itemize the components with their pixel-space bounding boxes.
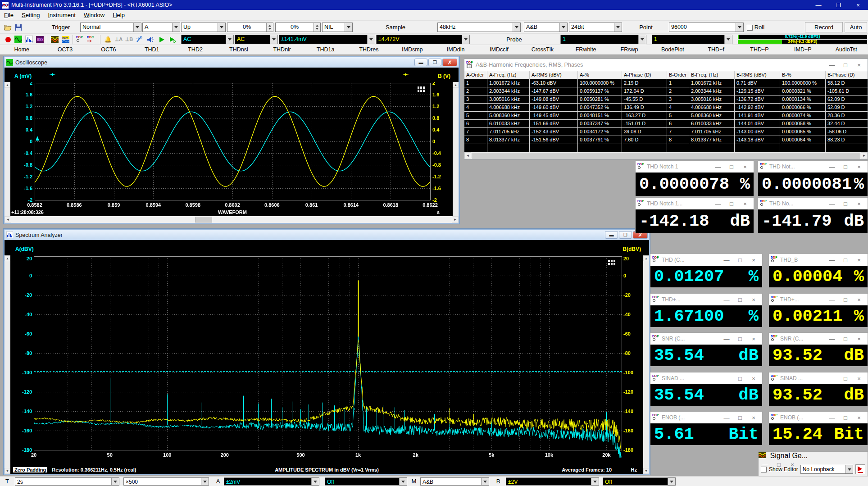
- menu-window[interactable]: Window: [80, 10, 109, 20]
- column-header[interactable]: B-Order: [667, 71, 689, 79]
- scroll-right-icon[interactable]: ►: [452, 216, 459, 223]
- tab-IMDsmp[interactable]: IMDsmp: [391, 45, 434, 55]
- oscilloscope-icon[interactable]: [14, 35, 23, 44]
- minimize-button[interactable]: —: [825, 255, 839, 264]
- column-header[interactable]: B-Phase (D): [826, 71, 868, 79]
- trigger-marker-a-icon[interactable]: -+-: [50, 72, 55, 78]
- signal-generator-icon[interactable]: [50, 35, 59, 44]
- scroll-up-icon[interactable]: ▲: [453, 82, 459, 88]
- ddp-panel-title-bar[interactable]: DDPTHD Notch 1—□×: [636, 161, 754, 173]
- tab-THD1[interactable]: THD1: [130, 45, 173, 55]
- restore-button[interactable]: ❒: [619, 231, 632, 239]
- trigger-source-select[interactable]: A: [142, 23, 180, 32]
- close-button[interactable]: ×: [747, 334, 760, 343]
- filter-b-select[interactable]: Off: [603, 477, 676, 486]
- ddp-panel-title-bar[interactable]: DDPTHD No...—□×: [758, 198, 868, 209]
- probe-a-select[interactable]: 1: [560, 35, 646, 44]
- table-row[interactable]: 77.011705 kHz-152.43 dBV0.0034172 %39.08…: [464, 128, 868, 136]
- spectrum-plot[interactable]: [10, 255, 643, 466]
- column-header[interactable]: B-%: [780, 71, 826, 79]
- range-a-select[interactable]: ±141.4mV: [279, 35, 375, 44]
- column-header[interactable]: A-Freq. (Hz): [487, 71, 530, 79]
- minimize-button[interactable]: —: [809, 0, 828, 10]
- ddp-panel-title-bar[interactable]: DDPSINAD ...—□×: [650, 372, 762, 384]
- tab-OCT3[interactable]: OCT3: [43, 45, 86, 55]
- roll-checkbox[interactable]: Roll: [747, 21, 774, 34]
- maximize-button[interactable]: □: [733, 255, 747, 264]
- close-button[interactable]: ×: [852, 334, 866, 343]
- trigger-hpf-select[interactable]: NIL: [322, 23, 353, 32]
- play-icon[interactable]: [158, 35, 166, 44]
- right-scrollbar[interactable]: ▲ ▼: [643, 255, 649, 474]
- ddp-panel-title-bar[interactable]: DDPTHD+...—□×: [650, 294, 762, 305]
- coupling-b-select[interactable]: AC: [235, 35, 278, 44]
- play-loop-icon[interactable]: [168, 35, 177, 44]
- close-button[interactable]: ×: [848, 0, 868, 10]
- run-stop-icon[interactable]: [4, 35, 12, 44]
- tab-BodePlot[interactable]: BodePlot: [651, 45, 694, 55]
- ddp-panel-title-bar[interactable]: DDPTHD (C...—□×: [650, 254, 762, 266]
- tab-THD~f[interactable]: THD~f: [695, 45, 738, 55]
- ddp-panel-title-bar[interactable]: DDPTHD Notch 1...—□×: [636, 198, 754, 209]
- record-length-select[interactable]: 96000: [669, 23, 744, 32]
- close-button[interactable]: ×: [852, 60, 866, 69]
- ddp-panel-title-bar[interactable]: DDPTHD+...—□×: [769, 294, 868, 305]
- maximize-button[interactable]: ❒: [828, 0, 848, 10]
- checkbox-icon[interactable]: [747, 25, 753, 31]
- tab-THD~P[interactable]: THD~P: [738, 45, 781, 55]
- scrollbar-thumb[interactable]: [195, 217, 212, 223]
- minimize-button[interactable]: —: [720, 374, 733, 383]
- ddp-panel-title-bar[interactable]: DDPSNR (C...—□×: [650, 333, 762, 345]
- oscilloscope-title-bar[interactable]: Oscilloscope ▬ ❒ ✗: [5, 57, 459, 68]
- maximize-button[interactable]: □: [839, 413, 852, 422]
- table-row[interactable]: [464, 144, 868, 152]
- scroll-down-icon[interactable]: ▼: [5, 468, 10, 474]
- spectrum-analyzer-icon[interactable]: [25, 35, 33, 44]
- scroll-right-icon[interactable]: ►: [861, 152, 868, 159]
- minimize-button[interactable]: —: [711, 162, 725, 171]
- minimize-button[interactable]: —: [825, 199, 839, 208]
- maximize-button[interactable]: □: [725, 199, 738, 208]
- oscilloscope-hscrollbar[interactable]: ◄ ►: [5, 216, 459, 223]
- oscilloscope-plot[interactable]: [10, 82, 453, 216]
- tab-AudioTst[interactable]: AudioTst: [825, 45, 868, 55]
- left-scrollbar[interactable]: ▲ ▼: [5, 82, 10, 223]
- close-button[interactable]: ×: [738, 199, 752, 208]
- minimize-button[interactable]: —: [825, 162, 839, 171]
- minimize-button[interactable]: ▬: [605, 231, 618, 239]
- dut-icon[interactable]: DUT: [61, 35, 70, 44]
- maximize-button[interactable]: □: [839, 374, 852, 383]
- speaker-icon[interactable]: [146, 35, 155, 44]
- close-button[interactable]: ×: [738, 162, 752, 171]
- scroll-left-icon[interactable]: ◄: [464, 152, 471, 159]
- title-bar[interactable]: Multi-Instrument Pro 3.9.16.1 - [+UDP+DH…: [0, 0, 868, 10]
- zoom-select[interactable]: ×500: [123, 477, 209, 486]
- minimize-button[interactable]: —: [825, 413, 839, 422]
- record-button[interactable]: Record: [805, 22, 843, 32]
- range-b-select[interactable]: ±4.472V: [376, 35, 470, 44]
- table-row[interactable]: 55.008360 kHz-149.45 dBV0.0048151 %-163.…: [464, 112, 868, 120]
- tab-FRwhite[interactable]: FRwhite: [564, 45, 607, 55]
- scroll-down-icon[interactable]: ▼: [643, 468, 649, 474]
- table-row[interactable]: 22.003344 kHz-147.67 dBV0.0059137 %172.0…: [464, 87, 868, 95]
- auto-button[interactable]: Auto: [845, 22, 867, 32]
- loopback-select[interactable]: No Loopback: [800, 465, 853, 474]
- tab-Home[interactable]: Home: [0, 45, 43, 55]
- save-button[interactable]: [14, 23, 23, 32]
- minimize-button[interactable]: —: [825, 334, 839, 343]
- restore-button[interactable]: ❒: [428, 59, 441, 66]
- harmonic-table-title-bar[interactable]: DDP A&B-Harmonic Frequencies, RMS, Phase…: [464, 59, 868, 71]
- alarm-icon[interactable]: 🔔: [104, 35, 112, 44]
- maximize-button[interactable]: □: [733, 374, 747, 383]
- range-b-select-bottom[interactable]: ±2V: [506, 477, 599, 486]
- trigger-delay-spinner[interactable]: 0%: [275, 23, 321, 32]
- maximize-button[interactable]: □: [839, 295, 852, 304]
- trigger-mode-select[interactable]: Normal: [80, 23, 141, 32]
- ddp-panel-title-bar[interactable]: DDPENOB (...—□×: [650, 412, 762, 423]
- open-file-button[interactable]: [4, 23, 12, 32]
- tab-THD2[interactable]: THD2: [173, 45, 217, 55]
- tab-FRswp[interactable]: FRswp: [608, 45, 651, 55]
- maximize-button[interactable]: □: [839, 334, 852, 343]
- tab-THDres[interactable]: THDres: [347, 45, 391, 55]
- tab-IMDdin[interactable]: IMDdin: [434, 45, 477, 55]
